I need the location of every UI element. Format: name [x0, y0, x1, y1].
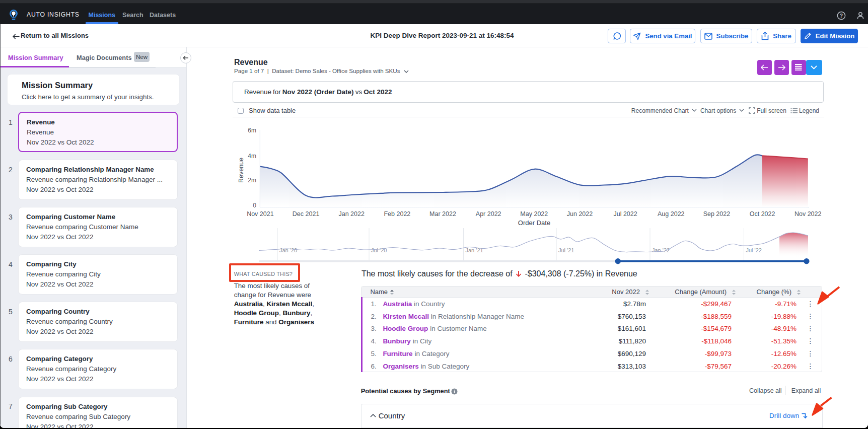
svg-text:?: ? [840, 13, 843, 19]
